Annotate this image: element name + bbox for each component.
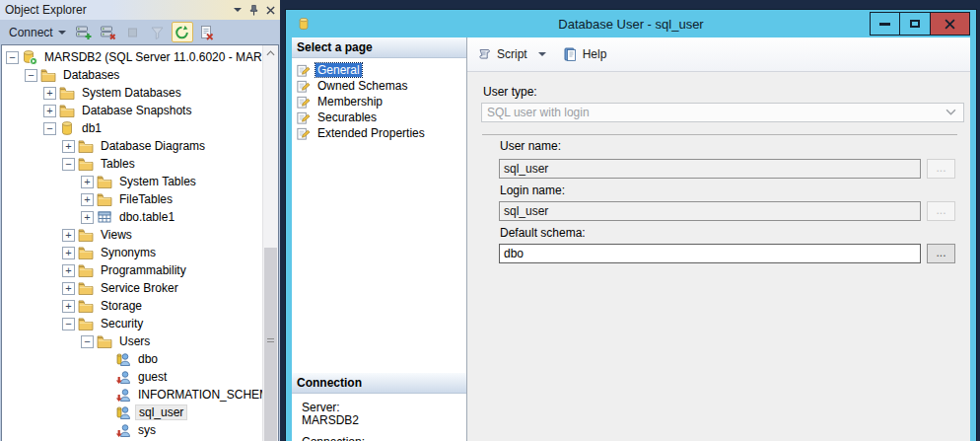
page-icon <box>296 126 311 141</box>
page-item-owned-schemas[interactable]: Owned Schemas <box>296 78 466 94</box>
tree-item-label[interactable]: dbo.table1 <box>116 209 177 225</box>
tree-item-label[interactable]: Tables <box>98 156 138 172</box>
tree-item-filetables[interactable]: +FileTables <box>2 190 263 208</box>
tree-item-label[interactable]: Views <box>98 227 135 243</box>
tree-item-label[interactable]: sql_user <box>135 404 187 420</box>
default-schema-input[interactable] <box>499 244 921 263</box>
minimize-button[interactable] <box>870 12 900 36</box>
tree-item-guest[interactable]: guest <box>2 368 263 386</box>
collapse-toggle[interactable]: − <box>81 335 94 348</box>
chevron-down-icon[interactable] <box>538 52 546 56</box>
database-user-dialog: Database User - sql_user Select a page G… <box>286 10 976 441</box>
expand-toggle[interactable]: + <box>81 193 94 206</box>
page-item-label[interactable]: General <box>315 63 362 77</box>
expand-toggle[interactable]: + <box>62 264 75 277</box>
tree-scrollbar[interactable] <box>262 45 278 441</box>
tree-item-views[interactable]: +Views <box>2 226 263 244</box>
scrollbar-thumb[interactable] <box>264 248 277 441</box>
tree-item-label[interactable]: Databases <box>60 67 122 83</box>
disconnect-button[interactable] <box>98 22 119 42</box>
tree-item-label[interactable]: Synonyms <box>98 245 159 260</box>
folder-icon <box>97 191 112 207</box>
expand-toggle[interactable]: + <box>62 300 75 313</box>
tree-item-label[interactable]: db1 <box>79 120 105 136</box>
tree-item-marsdb2-sql-server-11-0-6020-marsd[interactable]: −MARSDB2 (SQL Server 11.0.6020 - MARSD <box>2 48 263 66</box>
tree-item-dbo[interactable]: dbo <box>2 350 263 368</box>
window-position-button[interactable] <box>234 8 242 12</box>
tree-item-label[interactable]: Storage <box>98 298 145 314</box>
tree-item-label[interactable]: MARSDB2 (SQL Server 11.0.6020 - MARSD <box>41 49 279 65</box>
tree-item-database-diagrams[interactable]: +Database Diagrams <box>2 137 263 155</box>
tree-item-information-schem[interactable]: INFORMATION_SCHEM <box>2 386 263 404</box>
tree-item-security[interactable]: −Security <box>2 315 263 332</box>
maximize-button[interactable] <box>900 12 931 36</box>
tree-item-tables[interactable]: −Tables <box>2 155 263 173</box>
default-schema-browse-button[interactable]: ... <box>927 244 955 263</box>
tree-item-users[interactable]: −Users <box>2 332 263 350</box>
tree-item-dbo-table1[interactable]: +dbo.table1 <box>2 208 263 226</box>
close-button[interactable] <box>931 12 970 36</box>
tree-item-service-broker[interactable]: +Service Broker <box>2 279 263 297</box>
collapse-toggle[interactable]: − <box>62 318 75 331</box>
close-panel-button[interactable] <box>266 6 275 15</box>
tree-item-programmability[interactable]: +Programmability <box>2 261 263 279</box>
collapse-toggle[interactable]: − <box>25 69 37 82</box>
section-separator <box>482 134 957 135</box>
object-explorer-tree: −MARSDB2 (SQL Server 11.0.6020 - MARSD−D… <box>1 44 279 441</box>
table-icon <box>97 209 112 225</box>
connect-button[interactable] <box>73 22 95 42</box>
collapse-toggle[interactable]: − <box>62 158 75 171</box>
page-item-extended-properties[interactable]: Extended Properties <box>296 125 466 141</box>
tree-item-label[interactable]: Database Diagrams <box>98 138 208 154</box>
refresh-button[interactable] <box>172 22 193 42</box>
tree-item-sql-user[interactable]: sql_user <box>2 404 263 421</box>
page-item-securables[interactable]: Securables <box>296 110 466 125</box>
tree-item-database-snapshots[interactable]: +Database Snapshots <box>2 102 263 119</box>
select-page-header: Select a page <box>292 37 466 58</box>
connect-label: Connect <box>9 26 53 39</box>
expand-toggle[interactable]: + <box>62 140 75 153</box>
connect-button[interactable]: Connect <box>5 25 70 40</box>
tree-item-system-databases[interactable]: +System Databases <box>2 84 263 102</box>
tree-item-label[interactable]: INFORMATION_SCHEM <box>135 387 272 403</box>
expand-toggle[interactable]: + <box>43 105 56 117</box>
page-item-general[interactable]: General <box>296 62 466 78</box>
tree-item-storage[interactable]: +Storage <box>2 297 263 315</box>
tree-item-db1[interactable]: −db1 <box>2 119 263 137</box>
expand-toggle[interactable]: + <box>43 87 56 100</box>
page-item-label[interactable]: Securables <box>315 110 379 124</box>
script-button[interactable]: Script <box>476 46 546 62</box>
tree-item-label[interactable]: System Databases <box>79 85 184 101</box>
scroll-up-button[interactable] <box>263 45 278 61</box>
pin-button[interactable] <box>248 4 259 17</box>
page-item-label[interactable]: Owned Schemas <box>315 79 409 93</box>
tree-item-sys[interactable]: sys <box>2 421 263 439</box>
stop-script-button[interactable] <box>196 22 218 42</box>
collapse-toggle[interactable]: − <box>6 51 19 64</box>
tree-item-label[interactable]: dbo <box>135 351 161 367</box>
collapse-toggle[interactable]: − <box>43 122 56 135</box>
tree-item-label[interactable]: Service Broker <box>98 280 181 296</box>
expand-toggle[interactable]: + <box>62 282 75 295</box>
login-name-label: Login name: <box>500 184 565 197</box>
page-item-label[interactable]: Extended Properties <box>315 126 427 140</box>
page-item-membership[interactable]: Membership <box>296 94 466 110</box>
tree-item-synonyms[interactable]: +Synonyms <box>2 244 263 261</box>
tree-item-label[interactable]: guest <box>135 369 170 385</box>
tree-item-label[interactable]: FileTables <box>116 191 175 207</box>
tree-item-label[interactable]: System Tables <box>116 174 199 189</box>
tree-item-databases[interactable]: −Databases <box>2 66 263 84</box>
tree-item-label[interactable]: Security <box>98 316 146 331</box>
help-button[interactable]: Help <box>562 46 607 62</box>
tree-item-system-tables[interactable]: +System Tables <box>2 173 263 190</box>
expand-toggle[interactable]: + <box>81 176 94 188</box>
expand-toggle[interactable]: + <box>62 229 75 242</box>
page-item-label[interactable]: Membership <box>315 95 385 109</box>
server-x-icon <box>100 25 116 40</box>
expand-toggle[interactable]: + <box>81 211 94 224</box>
tree-item-label[interactable]: sys <box>135 422 159 438</box>
tree-item-label[interactable]: Programmability <box>98 262 189 278</box>
tree-item-label[interactable]: Database Snapshots <box>79 103 194 118</box>
expand-toggle[interactable]: + <box>62 247 75 259</box>
tree-item-label[interactable]: Users <box>116 333 153 349</box>
